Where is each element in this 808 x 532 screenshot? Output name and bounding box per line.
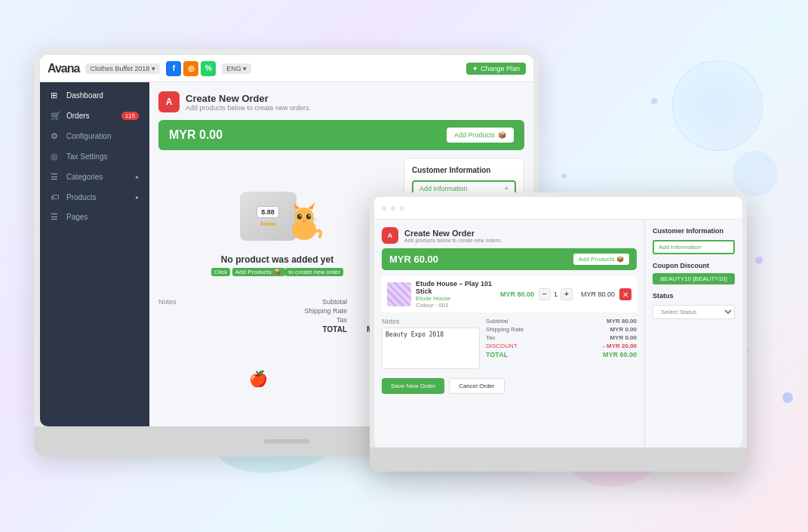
store-badge[interactable]: Clothes Buffet 2018 ▾ xyxy=(85,63,160,74)
cancel-order-button[interactable]: Cancel Order xyxy=(449,378,505,394)
sidebar-label-orders: Orders xyxy=(66,112,90,120)
save-new-order-button[interactable]: Save New Order xyxy=(382,378,444,394)
page-header-front: A Create New Order Add products below to… xyxy=(382,227,637,244)
change-plan-button[interactable]: ✦ Change Plan xyxy=(466,63,526,75)
front-grand-total-row: TOTAL MYR 60.00 xyxy=(486,351,637,358)
cat-figure xyxy=(285,201,323,242)
page-title-back: Create New Order xyxy=(186,93,311,104)
sidebar-label-dashboard: Dashboard xyxy=(66,91,103,100)
front-add-products-button[interactable]: Add Products 📦 xyxy=(573,254,629,265)
add-products-inline-btn[interactable]: Add Products 📦 xyxy=(232,268,285,276)
front-discount-value: - MYR 20.00 xyxy=(603,343,637,349)
front-notes-label: Notes xyxy=(382,318,480,325)
add-info-label-back: Add Information xyxy=(419,185,468,192)
empty-title: No product was added yet xyxy=(221,254,333,265)
qty-decrease-button[interactable]: − xyxy=(539,288,551,300)
order-total-bar-back: MYR 0.00 Add Products 📦 xyxy=(158,120,524,150)
topbar: Avana Clothes Buffet 2018 ▾ f ◎ % ENG ▾ … xyxy=(40,55,533,82)
sidebar-label-tax: Tax Settings xyxy=(66,152,107,161)
front-shipping-row: Shipping Rate MYR 0.00 xyxy=(486,326,637,333)
front-coupon-title: Coupon Discount xyxy=(653,262,735,269)
tax-label-back: Tax xyxy=(336,316,347,324)
sidebar-item-dashboard[interactable]: ⊞ Dashboard xyxy=(40,85,149,106)
configuration-icon: ⚙ xyxy=(51,131,61,141)
empty-subtitle: Click Add Products 📦 to create new order xyxy=(211,268,343,275)
front-notes-col: Notes Beauty Expo 2018 xyxy=(382,318,480,372)
product-unit-price: MYR 80.00 xyxy=(500,291,534,298)
apple-logo-table: 🍎 xyxy=(249,370,268,388)
tax-icon: ◎ xyxy=(51,152,61,161)
facebook-icon[interactable]: f xyxy=(166,61,181,76)
sidebar-label-configuration: Configuration xyxy=(66,132,111,140)
sidebar: ⊞ Dashboard 🛒 Orders 115 ⚙ Configuration… xyxy=(40,82,149,426)
notes-totals-back: Notes Subtotal MYR 0.0 Shipping Rate MYR… xyxy=(158,298,396,335)
front-totals: Subtotal MYR 80.00 Shipping Rate MYR 0.0… xyxy=(486,318,637,372)
add-info-plus-icon: + xyxy=(505,185,508,192)
language-selector[interactable]: ENG ▾ xyxy=(222,63,251,74)
laptop-front-screen: A Create New Order Add products below to… xyxy=(374,197,742,447)
product-row: Etude House – Play 101 Stick Etude House… xyxy=(382,276,637,312)
front-total-bar: MYR 60.00 Add Products 📦 xyxy=(382,248,637,270)
page-header-back: A Create New Order Add products below to… xyxy=(158,91,524,112)
coupon-applied-badge: BEAUTY10 [BEAUTY10] xyxy=(653,273,735,284)
sidebar-label-categories: Categories xyxy=(66,173,103,181)
qty-value: 1 xyxy=(554,291,558,298)
add-products-button-back[interactable]: Add Products 📦 xyxy=(447,128,514,143)
sidebar-item-configuration[interactable]: ⚙ Configuration xyxy=(40,126,149,146)
social-icons: f ◎ % xyxy=(166,61,216,76)
customer-info-title-back: Customer Information xyxy=(412,166,516,174)
empty-illustration: 8.88 Avana xyxy=(232,173,323,248)
store-chevron: ▾ xyxy=(152,65,155,72)
sidebar-item-orders[interactable]: 🛒 Orders 115 xyxy=(40,106,149,126)
products-chevron: ▸ xyxy=(136,194,139,201)
svg-point-1 xyxy=(294,208,314,227)
topbar-dot-3 xyxy=(400,206,404,211)
topbar-dot-2 xyxy=(391,206,395,211)
whatsapp-icon[interactable]: % xyxy=(201,61,216,76)
deco-dot-3 xyxy=(755,257,763,264)
front-notes-section: Notes Beauty Expo 2018 Subtotal MYR 80.0… xyxy=(382,318,637,372)
sidebar-item-tax[interactable]: ◎ Tax Settings xyxy=(40,146,149,167)
register-screen: 8.88 xyxy=(257,206,279,218)
front-coupon-section: Coupon Discount BEAUTY10 [BEAUTY10] xyxy=(653,262,735,284)
deco-circle-small xyxy=(733,151,778,196)
front-action-buttons: Save New Order Cancel Order xyxy=(382,378,637,394)
page-header-icon-back: A xyxy=(158,91,180,112)
product-total: MYR 80.00 xyxy=(577,291,615,298)
add-products-label-back: Add Products xyxy=(454,131,495,139)
categories-chevron: ▸ xyxy=(136,174,139,180)
status-select[interactable]: Select Status xyxy=(653,305,735,319)
order-total-amount-back: MYR 0.00 xyxy=(169,128,223,142)
page-title-group-back: Create New Order Add products below to c… xyxy=(186,93,311,112)
front-subtotal-value: MYR 80.00 xyxy=(607,318,637,324)
product-info: Etude House – Play 101 Stick Etude House… xyxy=(416,280,496,309)
product-store: Etude House xyxy=(416,295,496,302)
front-add-info-button[interactable]: Add Information xyxy=(653,240,735,254)
svg-marker-4 xyxy=(294,204,300,209)
sidebar-item-pages[interactable]: ☰ Pages xyxy=(40,207,149,227)
empty-subtitle-pre: Click xyxy=(211,268,230,276)
empty-state: 8.88 Avana xyxy=(158,158,396,291)
notes-input[interactable]: Beauty Expo 2018 xyxy=(382,328,480,369)
messenger-icon[interactable]: ◎ xyxy=(183,61,198,76)
sidebar-item-categories[interactable]: ☰ Categories ▸ xyxy=(40,167,149,187)
deco-dot-1 xyxy=(651,98,657,104)
front-tax-row: Tax MYR 0.00 xyxy=(486,334,637,341)
register-number: 8.88 xyxy=(261,208,275,216)
shipping-label-back: Shipping Rate xyxy=(304,307,347,315)
sidebar-item-products[interactable]: 🏷 Products ▸ xyxy=(40,187,149,207)
front-main: A Create New Order Add products below to… xyxy=(374,220,644,447)
col-main-back: 8.88 Avana xyxy=(158,158,396,335)
subtotal-label-back: Subtotal xyxy=(322,298,347,306)
front-discount-row: DISCOUNT - MYR 20.00 xyxy=(486,343,637,349)
front-customer-info-section: Customer Information Add Information xyxy=(653,227,735,254)
avana-logo-text: Avana xyxy=(48,62,79,75)
svg-marker-5 xyxy=(309,204,314,209)
product-name: Etude House – Play 101 Stick xyxy=(416,280,496,295)
qty-increase-button[interactable]: + xyxy=(561,288,573,300)
orders-badge: 115 xyxy=(121,112,139,120)
front-add-products-label: Add Products xyxy=(579,256,615,263)
product-delete-button[interactable]: ✕ xyxy=(619,288,631,300)
front-body: A Create New Order Add products below to… xyxy=(374,220,742,447)
categories-icon: ☰ xyxy=(51,172,61,182)
